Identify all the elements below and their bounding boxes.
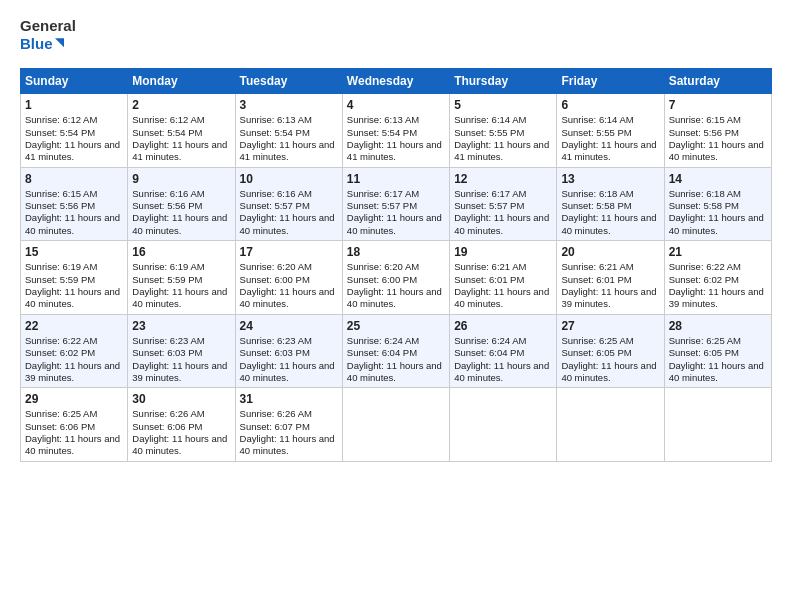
day-number: 2 [132,97,230,113]
day-number: 12 [454,171,552,187]
day-number: 17 [240,244,338,260]
day-number: 23 [132,318,230,334]
cell-content: Sunrise: 6:18 AMSunset: 5:58 PMDaylight:… [669,188,767,237]
col-header-thursday: Thursday [450,69,557,94]
calendar-cell: 27Sunrise: 6:25 AMSunset: 6:05 PMDayligh… [557,314,664,388]
day-number: 18 [347,244,445,260]
calendar-cell: 9Sunrise: 6:16 AMSunset: 5:56 PMDaylight… [128,167,235,241]
calendar-cell: 23Sunrise: 6:23 AMSunset: 6:03 PMDayligh… [128,314,235,388]
cell-content: Sunrise: 6:14 AMSunset: 5:55 PMDaylight:… [561,114,659,163]
col-header-tuesday: Tuesday [235,69,342,94]
cell-content: Sunrise: 6:19 AMSunset: 5:59 PMDaylight:… [25,261,123,310]
week-row-3: 15Sunrise: 6:19 AMSunset: 5:59 PMDayligh… [21,241,772,315]
logo-blue-row: Blue [20,35,64,52]
cell-content: Sunrise: 6:16 AMSunset: 5:56 PMDaylight:… [132,188,230,237]
calendar-cell: 3Sunrise: 6:13 AMSunset: 5:54 PMDaylight… [235,94,342,168]
cell-content: Sunrise: 6:23 AMSunset: 6:03 PMDaylight:… [132,335,230,384]
header-row: SundayMondayTuesdayWednesdayThursdayFrid… [21,69,772,94]
day-number: 24 [240,318,338,334]
cell-content: Sunrise: 6:13 AMSunset: 5:54 PMDaylight:… [240,114,338,163]
day-number: 31 [240,391,338,407]
day-number: 14 [669,171,767,187]
col-header-monday: Monday [128,69,235,94]
logo: General Blue [20,18,64,58]
calendar-cell: 12Sunrise: 6:17 AMSunset: 5:57 PMDayligh… [450,167,557,241]
day-number: 7 [669,97,767,113]
cell-content: Sunrise: 6:14 AMSunset: 5:55 PMDaylight:… [454,114,552,163]
cell-content: Sunrise: 6:26 AMSunset: 6:06 PMDaylight:… [132,408,230,457]
logo-container: General Blue [20,18,64,58]
day-number: 4 [347,97,445,113]
calendar-table: SundayMondayTuesdayWednesdayThursdayFrid… [20,68,772,462]
cell-content: Sunrise: 6:22 AMSunset: 6:02 PMDaylight:… [25,335,123,384]
calendar-cell: 18Sunrise: 6:20 AMSunset: 6:00 PMDayligh… [342,241,449,315]
cell-content: Sunrise: 6:18 AMSunset: 5:58 PMDaylight:… [561,188,659,237]
day-number: 10 [240,171,338,187]
calendar-cell [664,388,771,462]
day-number: 20 [561,244,659,260]
cell-content: Sunrise: 6:25 AMSunset: 6:06 PMDaylight:… [25,408,123,457]
logo-arrow-icon [55,36,64,50]
col-header-wednesday: Wednesday [342,69,449,94]
logo-general: General [20,18,64,35]
day-number: 6 [561,97,659,113]
page: General Blue SundayMondayTuesdayWednesda… [0,0,792,612]
day-number: 1 [25,97,123,113]
calendar-cell: 6Sunrise: 6:14 AMSunset: 5:55 PMDaylight… [557,94,664,168]
day-number: 8 [25,171,123,187]
calendar-cell: 14Sunrise: 6:18 AMSunset: 5:58 PMDayligh… [664,167,771,241]
calendar-cell: 16Sunrise: 6:19 AMSunset: 5:59 PMDayligh… [128,241,235,315]
cell-content: Sunrise: 6:17 AMSunset: 5:57 PMDaylight:… [454,188,552,237]
svg-marker-0 [55,38,64,47]
cell-content: Sunrise: 6:25 AMSunset: 6:05 PMDaylight:… [669,335,767,384]
day-number: 3 [240,97,338,113]
col-header-sunday: Sunday [21,69,128,94]
day-number: 30 [132,391,230,407]
cell-content: Sunrise: 6:15 AMSunset: 5:56 PMDaylight:… [669,114,767,163]
cell-content: Sunrise: 6:12 AMSunset: 5:54 PMDaylight:… [25,114,123,163]
calendar-cell: 7Sunrise: 6:15 AMSunset: 5:56 PMDaylight… [664,94,771,168]
day-number: 5 [454,97,552,113]
cell-content: Sunrise: 6:23 AMSunset: 6:03 PMDaylight:… [240,335,338,384]
cell-content: Sunrise: 6:21 AMSunset: 6:01 PMDaylight:… [561,261,659,310]
cell-content: Sunrise: 6:21 AMSunset: 6:01 PMDaylight:… [454,261,552,310]
week-row-1: 1Sunrise: 6:12 AMSunset: 5:54 PMDaylight… [21,94,772,168]
day-number: 28 [669,318,767,334]
calendar-cell: 30Sunrise: 6:26 AMSunset: 6:06 PMDayligh… [128,388,235,462]
calendar-cell: 13Sunrise: 6:18 AMSunset: 5:58 PMDayligh… [557,167,664,241]
calendar-cell: 22Sunrise: 6:22 AMSunset: 6:02 PMDayligh… [21,314,128,388]
header: General Blue [20,18,772,58]
calendar-cell: 17Sunrise: 6:20 AMSunset: 6:00 PMDayligh… [235,241,342,315]
calendar-cell: 20Sunrise: 6:21 AMSunset: 6:01 PMDayligh… [557,241,664,315]
cell-content: Sunrise: 6:25 AMSunset: 6:05 PMDaylight:… [561,335,659,384]
day-number: 19 [454,244,552,260]
day-number: 25 [347,318,445,334]
week-row-2: 8Sunrise: 6:15 AMSunset: 5:56 PMDaylight… [21,167,772,241]
calendar-cell: 31Sunrise: 6:26 AMSunset: 6:07 PMDayligh… [235,388,342,462]
cell-content: Sunrise: 6:20 AMSunset: 6:00 PMDaylight:… [347,261,445,310]
week-row-4: 22Sunrise: 6:22 AMSunset: 6:02 PMDayligh… [21,314,772,388]
logo-graphic: General Blue [20,18,64,58]
calendar-cell: 15Sunrise: 6:19 AMSunset: 5:59 PMDayligh… [21,241,128,315]
day-number: 26 [454,318,552,334]
calendar-cell: 4Sunrise: 6:13 AMSunset: 5:54 PMDaylight… [342,94,449,168]
col-header-friday: Friday [557,69,664,94]
cell-content: Sunrise: 6:16 AMSunset: 5:57 PMDaylight:… [240,188,338,237]
calendar-cell: 2Sunrise: 6:12 AMSunset: 5:54 PMDaylight… [128,94,235,168]
cell-content: Sunrise: 6:24 AMSunset: 6:04 PMDaylight:… [454,335,552,384]
col-header-saturday: Saturday [664,69,771,94]
calendar-cell: 10Sunrise: 6:16 AMSunset: 5:57 PMDayligh… [235,167,342,241]
calendar-cell: 19Sunrise: 6:21 AMSunset: 6:01 PMDayligh… [450,241,557,315]
day-number: 22 [25,318,123,334]
calendar-cell: 28Sunrise: 6:25 AMSunset: 6:05 PMDayligh… [664,314,771,388]
calendar-cell [557,388,664,462]
calendar-cell: 25Sunrise: 6:24 AMSunset: 6:04 PMDayligh… [342,314,449,388]
day-number: 21 [669,244,767,260]
cell-content: Sunrise: 6:19 AMSunset: 5:59 PMDaylight:… [132,261,230,310]
day-number: 29 [25,391,123,407]
cell-content: Sunrise: 6:12 AMSunset: 5:54 PMDaylight:… [132,114,230,163]
calendar-cell: 8Sunrise: 6:15 AMSunset: 5:56 PMDaylight… [21,167,128,241]
day-number: 16 [132,244,230,260]
cell-content: Sunrise: 6:24 AMSunset: 6:04 PMDaylight:… [347,335,445,384]
calendar-cell [342,388,449,462]
